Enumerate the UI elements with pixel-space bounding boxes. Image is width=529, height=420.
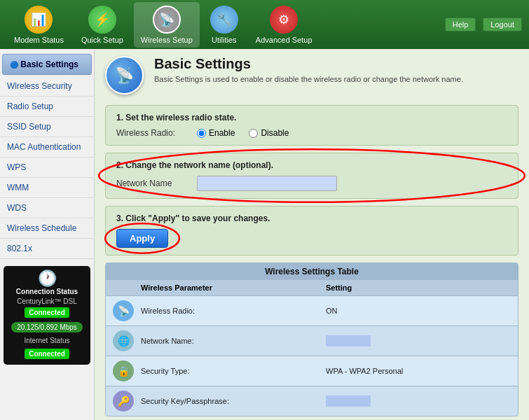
nav-modem-status[interactable]: 📊 Modem Status bbox=[7, 2, 71, 48]
row-value-0: ON bbox=[326, 307, 511, 315]
apply-button[interactable]: Apply bbox=[116, 229, 168, 248]
connection-badge: Connected bbox=[25, 307, 69, 318]
row-label-2: Security Type: bbox=[141, 367, 326, 375]
disable-radio[interactable] bbox=[249, 129, 258, 138]
nav-wireless-setup[interactable]: 📡 Wireless Setup bbox=[134, 2, 200, 48]
enable-option[interactable]: Enable bbox=[197, 128, 235, 138]
nav-quick-setup[interactable]: ⚡ Quick Setup bbox=[74, 2, 130, 48]
help-button[interactable]: Help bbox=[445, 18, 476, 31]
advanced-setup-icon: ⚙ bbox=[270, 6, 298, 34]
table-row: 📡 Wireless Radio: ON bbox=[106, 295, 518, 326]
table-row: 🌐 Network Name: bbox=[106, 326, 518, 356]
logout-button[interactable]: Logout bbox=[483, 18, 522, 31]
sidebar-item-mac-auth[interactable]: MAC Authentication bbox=[0, 137, 94, 158]
section2-wrapper: 2. Change the network name (optional). N… bbox=[105, 153, 518, 199]
quick-setup-icon: ⚡ bbox=[88, 6, 116, 34]
page-description: Basic Settings is used to enable or disa… bbox=[154, 75, 463, 83]
internet-badge: Connected bbox=[25, 349, 69, 359]
wst-header: Wireless Parameter Setting bbox=[106, 280, 518, 295]
page-header: 📡 Basic Settings Basic Settings is used … bbox=[105, 56, 518, 94]
advanced-setup-label: Advanced Setup bbox=[256, 36, 312, 44]
disable-label: Disable bbox=[261, 128, 289, 138]
wst-title: Wireless Settings Table bbox=[106, 263, 518, 280]
row-value-3 bbox=[326, 396, 511, 407]
sidebar: 🔵 Basic Settings Wireless Security Radio… bbox=[0, 49, 95, 420]
utilities-label: Utilities bbox=[212, 36, 236, 44]
row-value-1 bbox=[326, 335, 511, 346]
section-radio-state: 1. Set the wireless radio state. Wireles… bbox=[105, 105, 518, 146]
sidebar-header[interactable]: 🔵 Basic Settings bbox=[2, 54, 92, 75]
radio-label: Wireless Radio: bbox=[116, 128, 186, 138]
enable-radio[interactable] bbox=[197, 129, 206, 138]
row-label-1: Network Name: bbox=[141, 337, 326, 345]
nav-advanced-setup[interactable]: ⚙ Advanced Setup bbox=[249, 2, 320, 48]
wireless-setup-label: Wireless Setup bbox=[141, 36, 193, 44]
page-header-icon: 📡 bbox=[105, 56, 144, 94]
page-title: Basic Settings bbox=[154, 56, 463, 72]
row-icon-1: 🌐 bbox=[113, 330, 134, 351]
sidebar-item-wmm[interactable]: WMM bbox=[0, 178, 94, 198]
modem-status-icon: 📊 bbox=[25, 6, 53, 34]
section1-title: 1. Set the wireless radio state. bbox=[116, 113, 507, 122]
enable-label: Enable bbox=[209, 128, 235, 138]
connection-speed: 20.125/0.892 Mbps bbox=[11, 322, 83, 332]
top-navigation-bar: 📊 Modem Status ⚡ Quick Setup 📡 Wireless … bbox=[0, 0, 529, 49]
wst-col-setting: Setting bbox=[326, 284, 511, 292]
sidebar-item-dot1x[interactable]: 802.1x bbox=[0, 239, 94, 259]
modem-status-label: Modem Status bbox=[14, 36, 64, 44]
top-right-buttons: Help Logout bbox=[445, 18, 522, 31]
row-value-2: WPA - WPA2 Personal bbox=[326, 367, 511, 375]
sidebar-item-wps[interactable]: WPS bbox=[0, 158, 94, 178]
network-name-input[interactable] bbox=[197, 176, 337, 191]
sidebar-item-wireless-schedule[interactable]: Wireless Schedule bbox=[0, 218, 94, 239]
row-icon-2: 🔒 bbox=[113, 360, 134, 382]
table-row: 🔒 Security Type: WPA - WPA2 Personal bbox=[106, 356, 518, 386]
speedometer-icon: 🕐 bbox=[7, 270, 87, 288]
row-icon-0: 📡 bbox=[113, 300, 134, 321]
table-row: 🔑 Security Key/Passphrase: bbox=[106, 386, 518, 416]
radio-state-row: Wireless Radio: Enable Disable bbox=[116, 128, 507, 138]
nav-utilities[interactable]: 🔧 Utilities bbox=[203, 2, 245, 48]
row-label-0: Wireless Radio: bbox=[141, 307, 326, 315]
section3-title: 3. Click "Apply" to save your changes. bbox=[116, 214, 507, 223]
utilities-icon: 🔧 bbox=[210, 6, 238, 34]
disable-option[interactable]: Disable bbox=[249, 128, 289, 138]
connection-status-box: 🕐 Connection Status CenturyLink™ DSL Con… bbox=[4, 266, 90, 365]
page-header-text: Basic Settings Basic Settings is used to… bbox=[154, 56, 463, 83]
wireless-settings-table: Wireless Settings Table Wireless Paramet… bbox=[105, 262, 518, 416]
sidebar-item-wds[interactable]: WDS bbox=[0, 198, 94, 218]
connection-status-title: Connection Status bbox=[7, 288, 87, 295]
row-icon-3: 🔑 bbox=[113, 391, 134, 412]
quick-setup-label: Quick Setup bbox=[81, 36, 123, 44]
section-network-name: 2. Change the network name (optional). N… bbox=[105, 153, 518, 199]
section-apply: 3. Click "Apply" to save your changes. A… bbox=[105, 206, 518, 255]
network-name-row: Network Name bbox=[116, 176, 507, 191]
connection-brand: CenturyLink™ DSL bbox=[7, 298, 87, 305]
main-layout: 🔵 Basic Settings Wireless Security Radio… bbox=[0, 49, 529, 420]
wst-col-param: Wireless Parameter bbox=[113, 284, 326, 292]
network-name-label: Network Name bbox=[116, 178, 186, 188]
radio-group: Enable Disable bbox=[197, 128, 289, 138]
apply-wrapper: Apply bbox=[116, 229, 168, 248]
row-label-3: Security Key/Passphrase: bbox=[141, 397, 326, 405]
content-area: 📡 Basic Settings Basic Settings is used … bbox=[95, 49, 529, 420]
sidebar-item-ssid-setup[interactable]: SSID Setup bbox=[0, 117, 94, 137]
wireless-setup-icon: 📡 bbox=[153, 6, 181, 34]
internet-status-label: Internet Status bbox=[7, 337, 87, 344]
sidebar-item-radio-setup[interactable]: Radio Setup bbox=[0, 97, 94, 117]
nav-items: 📊 Modem Status ⚡ Quick Setup 📡 Wireless … bbox=[7, 2, 320, 48]
sidebar-item-wireless-security[interactable]: Wireless Security bbox=[0, 76, 94, 97]
section2-title: 2. Change the network name (optional). bbox=[116, 160, 507, 170]
